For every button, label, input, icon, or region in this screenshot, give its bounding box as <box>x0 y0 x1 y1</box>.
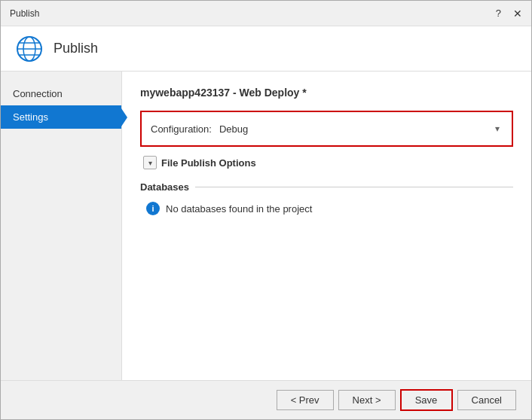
body: Connection Settings mywebapp423137 - Web… <box>1 72 531 380</box>
databases-title: Databases <box>140 181 189 193</box>
profile-title: mywebapp423137 - Web Deploy * <box>140 87 513 99</box>
title-bar-left: Publish <box>10 8 39 19</box>
dialog-title: Publish <box>10 8 39 19</box>
title-bar-controls: ? ✕ <box>496 8 522 19</box>
save-button[interactable]: Save <box>400 389 453 411</box>
next-button[interactable]: Next > <box>338 390 396 410</box>
cancel-button[interactable]: Cancel <box>457 390 516 410</box>
databases-divider <box>195 187 513 187</box>
content-area: mywebapp423137 - Web Deploy * Configurat… <box>121 72 531 380</box>
sidebar-item-connection-label: Connection <box>13 88 63 99</box>
close-button[interactable]: ✕ <box>513 8 522 19</box>
configuration-section: Configuration: Debug Release <box>140 111 513 147</box>
configuration-select[interactable]: Debug Release <box>219 120 503 138</box>
databases-header: Databases <box>140 181 513 193</box>
prev-button[interactable]: < Prev <box>277 390 334 410</box>
info-icon: i <box>146 202 160 215</box>
header: Publish <box>1 26 531 72</box>
file-publish-toggle[interactable]: ▾ <box>143 156 157 169</box>
sidebar: Connection Settings <box>1 72 121 380</box>
file-publish-row: ▾ File Publish Options <box>140 156 513 169</box>
file-publish-label: File Publish Options <box>161 157 256 169</box>
footer: < Prev Next > Save Cancel <box>1 380 531 419</box>
header-title: Publish <box>54 41 98 56</box>
config-label: Configuration: <box>151 123 212 135</box>
sidebar-item-settings[interactable]: Settings <box>1 105 121 129</box>
config-select-wrapper: Debug Release <box>219 120 503 138</box>
publish-dialog: Publish ? ✕ Publish Connection Settings <box>0 0 532 420</box>
db-info-text: No databases found in the project <box>166 203 312 215</box>
db-info-row: i No databases found in the project <box>140 202 513 215</box>
title-bar: Publish ? ✕ <box>1 1 531 26</box>
sidebar-item-settings-label: Settings <box>13 111 48 123</box>
databases-section: Databases i No databases found in the pr… <box>140 181 513 215</box>
help-button[interactable]: ? <box>496 8 501 19</box>
globe-icon <box>16 35 43 62</box>
sidebar-item-connection[interactable]: Connection <box>1 82 121 105</box>
